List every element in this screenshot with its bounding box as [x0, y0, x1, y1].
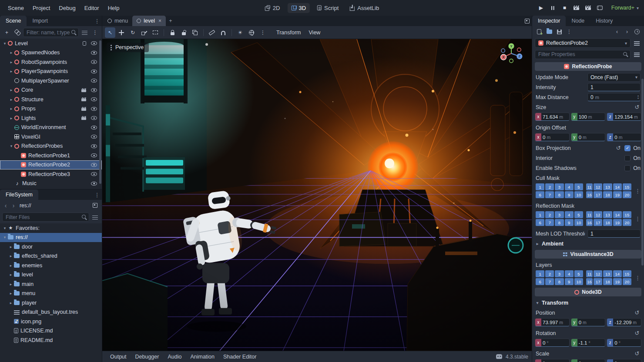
- lock-selected-button[interactable]: [167, 27, 178, 38]
- context-tab-script[interactable]: Script: [313, 3, 342, 13]
- visibility-toggle-icon[interactable]: [91, 126, 97, 130]
- visibility-toggle-icon[interactable]: [91, 182, 97, 186]
- layer-cell-14[interactable]: 14: [613, 270, 622, 277]
- distraction-free-button[interactable]: [523, 17, 532, 26]
- clapper-badge-icon[interactable]: [81, 107, 86, 111]
- vector-field-y[interactable]: y100m: [571, 113, 606, 121]
- visibility-toggle-icon[interactable]: [91, 135, 97, 139]
- chevron-down-icon[interactable]: ▾: [2, 226, 8, 230]
- fs-item-enemies[interactable]: ▸enemies: [0, 261, 102, 270]
- menu-scene[interactable]: Scene: [3, 0, 28, 16]
- vector-field-y[interactable]: y-1.1°: [571, 339, 606, 347]
- tab-history[interactable]: History: [590, 16, 618, 26]
- layer-cell-7[interactable]: 7: [545, 191, 554, 198]
- layer-cell-16[interactable]: 16: [586, 191, 593, 198]
- fs-path-breadcrumb[interactable]: res://: [18, 203, 90, 209]
- layer-cell-15[interactable]: 15: [623, 211, 631, 218]
- tab-scene[interactable]: Scene: [0, 16, 27, 26]
- layer-cell-12[interactable]: 12: [594, 211, 602, 218]
- chevron-right-icon[interactable]: ▸: [8, 60, 14, 64]
- layer-cell-15[interactable]: 15: [623, 183, 631, 190]
- node-selector-dropdown[interactable]: ReflectionProbe2 ▾: [535, 38, 631, 48]
- layer-cell-20[interactable]: 20: [623, 219, 631, 226]
- bottom-tab-debugger[interactable]: Debugger: [131, 351, 164, 362]
- layer-cell-4[interactable]: 4: [565, 270, 574, 277]
- layer-cell-11[interactable]: 11: [586, 211, 593, 218]
- sort-files-button[interactable]: [91, 213, 100, 222]
- layer-cell-14[interactable]: 14: [613, 183, 622, 190]
- scene-filter-input[interactable]: [23, 28, 79, 37]
- layer-cell-3[interactable]: 3: [555, 270, 564, 277]
- scene-node-reflectionprobe1[interactable]: ReflectionProbe1: [0, 151, 102, 160]
- fs-item-default-bus-layout-tres[interactable]: default_bus_layout.tres: [0, 308, 102, 317]
- vector-field-y[interactable]: y0m: [571, 318, 606, 326]
- orientation-gizmo[interactable]: Y X Z: [497, 42, 526, 65]
- save-resource-button[interactable]: [555, 27, 564, 36]
- layer-cell-6[interactable]: 6: [536, 219, 544, 226]
- layer-cell-10[interactable]: 10: [574, 278, 583, 285]
- layer-cell-12[interactable]: 12: [594, 183, 602, 190]
- layer-cell-7[interactable]: 7: [545, 219, 554, 226]
- layer-cell-5[interactable]: 5: [574, 183, 583, 190]
- context-tab-2d[interactable]: 2D: [261, 3, 284, 13]
- tab-import[interactable]: Import: [27, 16, 53, 26]
- visibility-toggle-icon[interactable]: [91, 172, 97, 176]
- visibility-toggle-icon[interactable]: [91, 153, 97, 157]
- script-badge-icon[interactable]: [83, 41, 86, 46]
- layer-cell-19[interactable]: 19: [613, 219, 622, 226]
- scene-node-worldenvironment[interactable]: WorldEnvironment: [0, 123, 102, 133]
- group-selected-button[interactable]: [190, 27, 200, 38]
- fs-item-effects-shared[interactable]: ▸effects_shared: [0, 252, 102, 261]
- chevron-right-icon[interactable]: ▸: [8, 50, 14, 55]
- group-ambient[interactable]: ▸Ambient: [532, 239, 644, 249]
- layer-cell-2[interactable]: 2: [545, 270, 554, 277]
- play-button[interactable]: ▶: [536, 3, 547, 13]
- visibility-toggle-icon[interactable]: [91, 79, 97, 83]
- vector-field-x[interactable]: x71.634m: [535, 113, 570, 121]
- projection-menu[interactable]: Perspective: [107, 43, 149, 52]
- vector-field-x[interactable]: x73.997m: [535, 318, 570, 326]
- property-filter-input[interactable]: [535, 50, 631, 59]
- context-tab-assetlib[interactable]: AssetLib: [346, 3, 383, 13]
- fs-split-mode-button[interactable]: [91, 201, 100, 210]
- layer-cell-9[interactable]: 9: [565, 278, 574, 285]
- layer-cell-8[interactable]: 8: [555, 191, 564, 198]
- visibility-toggle-icon[interactable]: [91, 41, 97, 45]
- menu-debug[interactable]: Debug: [54, 0, 80, 16]
- select-tool-button[interactable]: ↖: [105, 27, 115, 38]
- layer-cell-4[interactable]: 4: [565, 211, 574, 218]
- menu-help[interactable]: Help: [104, 0, 124, 16]
- layer-cell-9[interactable]: 9: [565, 219, 574, 226]
- property-display-options-button[interactable]: [632, 50, 641, 59]
- layer-cell-11[interactable]: 11: [586, 183, 593, 190]
- chevron-down-icon[interactable]: ▾: [2, 41, 8, 46]
- bottom-tab-animation[interactable]: Animation: [186, 351, 219, 362]
- vector-field-z[interactable]: z-12.209m: [607, 318, 641, 326]
- layer-cell-18[interactable]: 18: [603, 219, 612, 226]
- visibility-toggle-icon[interactable]: [91, 144, 97, 148]
- layer-cell-13[interactable]: 13: [603, 270, 612, 277]
- layer-cell-1[interactable]: 1: [536, 183, 544, 190]
- fs-item-res[interactable]: ▾res://: [0, 233, 102, 242]
- spinner-icon[interactable]: ▴▾: [637, 94, 639, 100]
- visibility-toggle-icon[interactable]: [91, 97, 97, 101]
- fs-item-main[interactable]: ▸main: [0, 279, 102, 289]
- layer-cell-20[interactable]: 20: [623, 191, 631, 198]
- chevron-right-icon[interactable]: ▸: [8, 245, 14, 249]
- layer-cell-18[interactable]: 18: [603, 278, 612, 285]
- layer-cell-1[interactable]: 1: [536, 270, 544, 277]
- layer-cell-6[interactable]: 6: [536, 191, 544, 198]
- layer-cell-8[interactable]: 8: [555, 219, 564, 226]
- chevron-right-icon[interactable]: ▸: [8, 263, 14, 268]
- clapper-badge-icon[interactable]: [81, 116, 86, 120]
- vector-field-x[interactable]: x1: [535, 359, 570, 362]
- fs-item-door[interactable]: ▸door: [0, 242, 102, 252]
- field-intensity[interactable]: 1: [587, 83, 641, 91]
- scene-node-music[interactable]: ♪Music: [0, 179, 102, 189]
- layer-grid-menu-icon[interactable]: ⋮: [635, 275, 641, 281]
- chevron-right-icon[interactable]: ▸: [8, 116, 14, 120]
- scene-node-playerspawnpoints[interactable]: ▸PlayerSpawnpoints: [0, 67, 102, 76]
- preview-sun-toggle-button[interactable]: ☀: [235, 27, 245, 38]
- history-forward-button[interactable]: ›: [623, 27, 631, 36]
- vector-field-z[interactable]: z1: [607, 359, 641, 362]
